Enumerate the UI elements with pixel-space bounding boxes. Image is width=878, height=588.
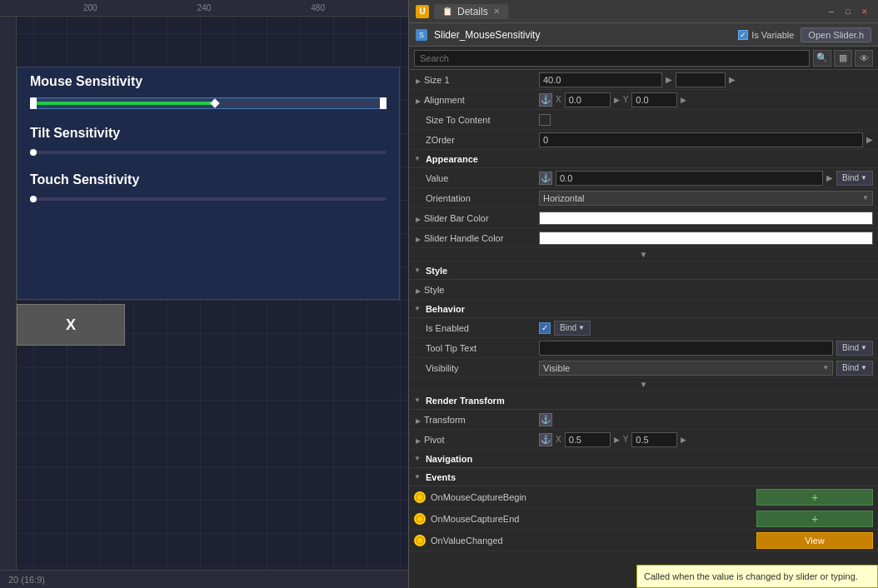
zorder-input[interactable] [539, 132, 863, 147]
behavior-title: Behavior [426, 304, 465, 314]
tab-close-icon[interactable]: ✕ [493, 7, 500, 16]
slider-bar-color-value [539, 212, 873, 225]
alignment-value: ⚓ X ▶ Y ▶ [539, 92, 873, 107]
tool-tip-text-input[interactable] [539, 341, 833, 356]
events-section-header[interactable]: ▼ Events [409, 468, 878, 486]
maximize-button[interactable]: □ [841, 6, 855, 17]
eye-icon[interactable]: 👁 [855, 50, 873, 67]
details-scroll[interactable]: Size 1 ▶ ▶ Alignment ⚓ X ▶ Y ▶ [409, 70, 878, 588]
pivot-label[interactable]: Pivot [414, 435, 539, 445]
tool-tip-bind-button[interactable]: Bind ▼ [836, 341, 873, 356]
size1-extra-arrow: ▶ [729, 75, 736, 84]
orientation-dropdown[interactable]: Horizontal ▼ [539, 191, 873, 206]
events-title: Events [426, 472, 456, 482]
is-variable-label: Is Variable [751, 30, 794, 40]
behavior-collapse-row[interactable]: ▼ [409, 378, 878, 391]
is-enabled-label: Is Enabled [414, 323, 539, 333]
unreal-icon: U [416, 5, 429, 18]
sel-handle-left[interactable] [30, 97, 37, 109]
orientation-value: Horizontal ▼ [539, 191, 873, 206]
is-enabled-bind-button[interactable]: Bind ▼ [554, 321, 591, 336]
tilt-sensitivity-item: Tilt Sensitivity [17, 119, 399, 166]
details-tab[interactable]: 📋 Details ✕ [434, 4, 508, 19]
value-anchor[interactable]: ⚓ [539, 172, 552, 185]
pivot-xy: X ▶ Y ▶ [556, 432, 873, 447]
is-enabled-checkbox[interactable]: ✓ [539, 322, 551, 334]
on-mouse-capture-end-add-button[interactable]: + [756, 511, 873, 527]
orientation-row: Orientation Horizontal ▼ [409, 188, 878, 208]
pivot-anchor[interactable]: ⚓ [539, 433, 552, 446]
is-variable-checkbox[interactable]: ✓ [738, 30, 748, 40]
x-button[interactable]: X [17, 304, 125, 346]
slider-bar-color-swatch[interactable] [539, 212, 873, 225]
touch-sensitivity-item: Touch Sensitivity [17, 166, 399, 212]
on-mouse-capture-end-label: OnMouseCaptureEnd [431, 514, 756, 524]
navigation-title: Navigation [426, 454, 472, 464]
size-to-content-checkbox[interactable] [539, 114, 551, 126]
style-section-header[interactable]: ▼ Style [409, 262, 878, 280]
mouse-sensitivity-fill [30, 102, 216, 105]
behavior-section-header[interactable]: ▼ Behavior [409, 300, 878, 318]
alignment-anchor-icon[interactable]: ⚓ [539, 93, 552, 107]
pivot-value: ⚓ X ▶ Y ▶ [539, 432, 873, 447]
search-icon[interactable]: 🔍 [813, 50, 831, 67]
value-value: ⚓ ▶ Bind ▼ [539, 171, 873, 186]
mouse-sensitivity-track[interactable] [30, 102, 387, 105]
tilt-sensitivity-track[interactable] [30, 151, 387, 154]
size1-extra-input[interactable] [676, 72, 726, 87]
touch-sensitivity-track-container[interactable] [30, 192, 387, 206]
render-transform-section-header[interactable]: ▼ Render Transform [409, 391, 878, 410]
pivot-y-arrow: ▶ [681, 436, 686, 444]
value-label: Value [414, 173, 539, 183]
is-enabled-row: Is Enabled ✓ Bind ▼ [409, 318, 878, 338]
slider-handle-color-swatch[interactable] [539, 232, 873, 245]
mouse-sensitivity-item: Mouse Sensitivity [17, 67, 399, 119]
navigation-section-header[interactable]: ▼ Navigation [409, 450, 878, 468]
search-input[interactable] [414, 50, 810, 67]
size1-label[interactable]: Size 1 [414, 75, 539, 85]
alignment-x-input[interactable] [565, 92, 611, 107]
grid-view-icon[interactable]: ▦ [834, 50, 852, 67]
status-bar: 20 (16:9) [0, 570, 408, 588]
visibility-bind-button[interactable]: Bind ▼ [836, 361, 873, 376]
transform-anchor[interactable]: ⚓ [539, 413, 552, 426]
slider-bar-color-label[interactable]: Slider Bar Color [414, 213, 539, 223]
on-mouse-capture-begin-add-button[interactable]: + [756, 489, 873, 506]
alignment-y-arrow: ▶ [681, 96, 686, 104]
search-icons: 🔍 ▦ 👁 [813, 50, 873, 67]
open-header-button[interactable]: Open Slider.h [801, 27, 871, 42]
touch-sensitivity-track[interactable] [30, 197, 387, 201]
window-controls: ─ □ ✕ [825, 6, 871, 17]
sel-handle-right[interactable] [380, 97, 387, 109]
touch-handle[interactable] [30, 196, 37, 202]
appearance-collapse-row[interactable]: ▼ [409, 248, 878, 262]
value-input[interactable] [556, 171, 823, 186]
alignment-row: Alignment ⚓ X ▶ Y ▶ [409, 90, 878, 110]
size1-input[interactable] [539, 72, 662, 87]
size-to-content-row: Size To Content [409, 110, 878, 130]
search-bar: 🔍 ▦ 👁 [409, 47, 878, 70]
on-value-changed-view-button[interactable]: View [756, 532, 873, 549]
transform-label[interactable]: Transform [414, 415, 539, 425]
mouse-sensitivity-track-container[interactable] [30, 94, 387, 112]
alignment-label[interactable]: Alignment [414, 95, 539, 105]
visibility-dropdown[interactable]: Visible ▼ [539, 361, 833, 376]
tilt-handle[interactable] [30, 149, 37, 156]
close-button[interactable]: ✕ [858, 6, 871, 17]
alignment-y-input[interactable] [631, 92, 677, 107]
pivot-x-input[interactable] [565, 432, 611, 447]
is-variable-section: ✓ Is Variable [738, 30, 794, 40]
behavior-collapse-chevron[interactable]: ▼ [640, 380, 648, 389]
appearance-collapse-chevron[interactable]: ▼ [640, 250, 648, 259]
pivot-row: Pivot ⚓ X ▶ Y ▶ [409, 430, 878, 450]
minimize-button[interactable]: ─ [825, 6, 838, 17]
tilt-sensitivity-label: Tilt Sensitivity [30, 126, 387, 141]
value-bind-button[interactable]: Bind ▼ [836, 171, 873, 186]
tilt-sensitivity-track-container[interactable] [30, 146, 387, 159]
events-collapse-icon: ▼ [414, 473, 421, 481]
value-row: Value ⚓ ▶ Bind ▼ [409, 168, 878, 188]
slider-handle-color-label[interactable]: Slider Handle Color [414, 233, 539, 243]
style-label[interactable]: Style [414, 285, 539, 295]
pivot-y-input[interactable] [631, 432, 677, 447]
appearance-section-header[interactable]: ▼ Appearance [409, 150, 878, 168]
